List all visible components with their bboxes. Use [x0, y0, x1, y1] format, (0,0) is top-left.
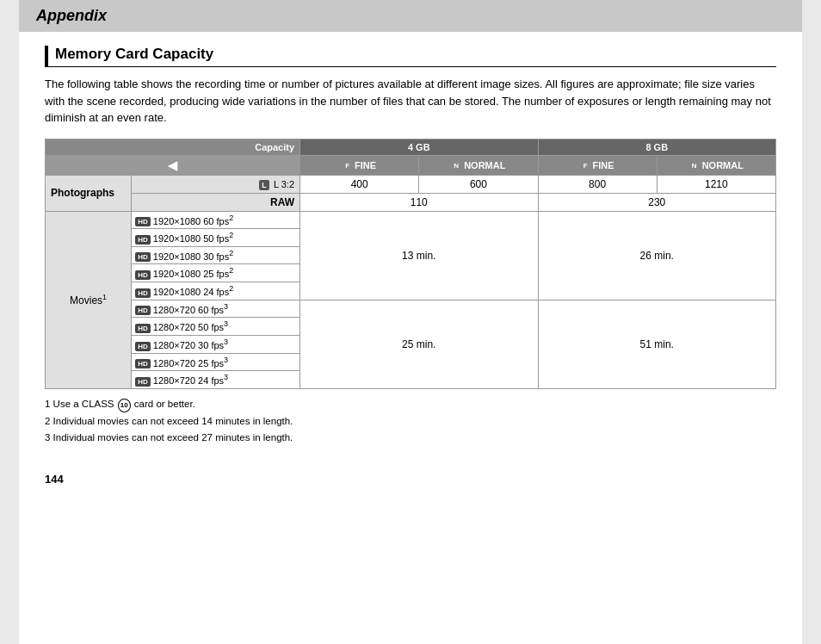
res-720-24-cell: HD1280×720 24 fps3 — [132, 371, 300, 389]
header-row-2: ◀ F FINE N NORMAL F FINE N NORMAL — [46, 155, 776, 175]
res-1080-30-cell: HD1920×1080 30 fps2 — [132, 246, 300, 264]
fine-8gb-header: F FINE — [538, 155, 657, 175]
photo-l32-8gb-fine: 800 — [538, 175, 657, 193]
page-number: 144 — [19, 464, 802, 494]
footnote-2: 2 Individual movies can not exceed 14 mi… — [45, 413, 776, 430]
footnote-3: 3 Individual movies can not exceed 27 mi… — [45, 430, 776, 447]
class-badge: 10 — [118, 399, 131, 412]
capacity-table: Capacity 4 GB 8 GB ◀ F FINE — [45, 139, 776, 390]
capacity-header: Capacity — [46, 139, 300, 155]
movies-720-4gb-time: 25 min. — [300, 300, 538, 388]
photo-l32-row: Photographs L L 3:2 400 600 800 1210 — [46, 175, 776, 193]
photo-raw-4gb: 110 — [300, 193, 538, 211]
movies-1080-4gb-time: 13 min. — [300, 211, 538, 300]
appendix-header: Appendix — [19, 0, 802, 32]
res-1080-50-cell: HD1920×1080 50 fps2 — [132, 229, 300, 247]
normal-8gb-header: N NORMAL — [657, 155, 775, 175]
header-row-1: Capacity 4 GB 8 GB — [46, 139, 776, 155]
movies-720-8gb-time: 51 min. — [538, 300, 775, 388]
photo-mode-label: L L 3:2 — [132, 175, 300, 193]
col-8gb-header: 8 GB — [538, 139, 775, 155]
footnote-1: 1 Use a CLASS 10 card or better. — [45, 396, 776, 413]
photo-l32-4gb-fine: 400 — [300, 175, 419, 193]
sub-icon-header: ◀ — [46, 155, 300, 175]
res-720-50-cell: HD1280×720 50 fps3 — [132, 318, 300, 336]
intro-paragraph: The following table shows the recording … — [45, 76, 776, 127]
fine-4gb-header: F FINE — [300, 155, 419, 175]
photo-raw-8gb: 230 — [538, 193, 775, 211]
res-1080-60-cell: HD1920×1080 60 fps2 — [132, 211, 300, 229]
section-title: Memory Card Capacity — [45, 46, 776, 67]
footnotes: 1 Use a CLASS 10 card or better. 2 Indiv… — [45, 396, 776, 447]
movies-720-60-row: HD1280×720 60 fps3 25 min. 51 min. — [46, 300, 776, 318]
header-title: Appendix — [36, 7, 107, 24]
res-1080-25-cell: HD1920×1080 25 fps2 — [132, 264, 300, 282]
photographs-label: Photographs — [46, 175, 132, 211]
page: Appendix Memory Card Capacity The follow… — [19, 0, 802, 644]
col-4gb-header: 4 GB — [300, 139, 538, 155]
photo-l32-4gb-normal: 600 — [419, 175, 538, 193]
res-720-25-cell: HD1280×720 25 fps3 — [132, 353, 300, 371]
photo-raw-label: RAW — [132, 193, 300, 211]
movies-1080-8gb-time: 26 min. — [538, 211, 775, 300]
normal-4gb-header: N NORMAL — [419, 155, 538, 175]
res-1080-24-cell: HD1920×1080 24 fps2 — [132, 282, 300, 300]
photo-raw-row: RAW 110 230 — [46, 193, 776, 211]
res-720-30-cell: HD1280×720 30 fps3 — [132, 336, 300, 354]
photo-l32-8gb-normal: 1210 — [657, 175, 775, 193]
content-area: Memory Card Capacity The following table… — [19, 32, 802, 464]
movies-1080-60-row: Movies1 HD1920×1080 60 fps2 13 min. 26 m… — [46, 211, 776, 229]
movies-label: Movies1 — [46, 211, 132, 389]
res-720-60-cell: HD1280×720 60 fps3 — [132, 300, 300, 318]
